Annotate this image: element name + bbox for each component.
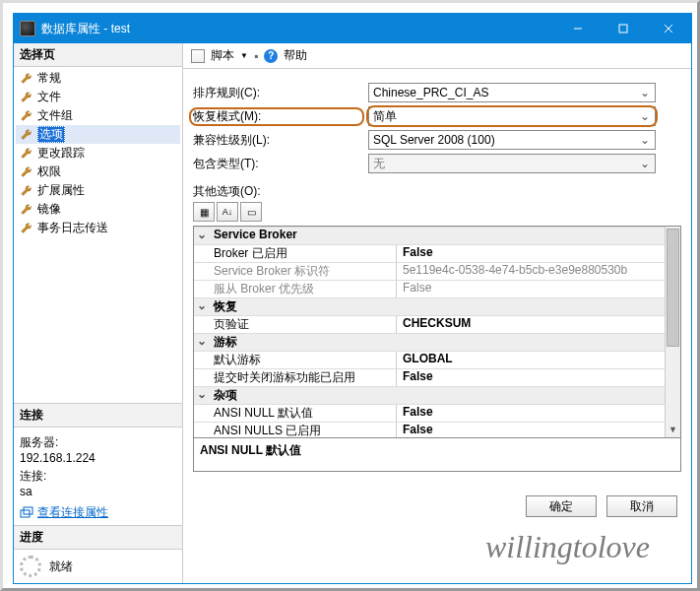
wrench-icon <box>20 72 33 86</box>
script-button[interactable]: 脚本 <box>211 47 234 64</box>
nav-item[interactable]: 文件 <box>16 88 180 106</box>
wrench-icon <box>20 109 33 123</box>
script-dropdown-icon[interactable]: ▼ <box>240 51 248 60</box>
collation-combo[interactable]: Chinese_PRC_CI_AS⌄ <box>368 83 656 102</box>
grid-row[interactable]: Service Broker 标识符5e119e4c-0538-4e74-b5c… <box>194 262 680 280</box>
property-name: 默认游标 <box>210 352 397 368</box>
grid-row[interactable]: 服从 Broker 优先级False <box>194 280 680 297</box>
nav-item[interactable]: 扩展属性 <box>16 181 180 200</box>
compat-value: SQL Server 2008 (100) <box>373 133 495 147</box>
grid-row[interactable]: 页验证CHECKSUM <box>194 315 680 333</box>
nav-item[interactable]: 更改跟踪 <box>16 144 180 163</box>
view-connection-label: 查看连接属性 <box>37 504 108 521</box>
containment-value: 无 <box>373 156 385 172</box>
property-name: 服从 Broker 优先级 <box>210 281 397 297</box>
maximize-button[interactable] <box>601 14 646 43</box>
pg-categorized-button[interactable]: ▦ <box>193 202 215 222</box>
script-icon <box>191 49 205 63</box>
property-description: ANSI NULL 默认值 <box>194 437 680 471</box>
cancel-button[interactable]: 取消 <box>606 495 677 517</box>
chevron-down-icon: ⌄ <box>637 132 653 148</box>
chevron-down-icon: ⌄ <box>637 108 653 124</box>
property-name: ANSI NULLS 已启用 <box>210 423 397 437</box>
category-name: 游标 <box>210 334 397 351</box>
minimize-button[interactable] <box>555 14 601 43</box>
wrench-icon <box>20 165 33 179</box>
other-options-label: 其他选项(O): <box>193 183 681 200</box>
nav-item-label: 文件组 <box>37 107 73 124</box>
collation-value: Chinese_PRC_CI_AS <box>373 86 488 99</box>
collapse-icon[interactable]: ⌄ <box>194 298 210 315</box>
nav-item-label: 镜像 <box>37 201 61 218</box>
property-value: False <box>397 423 680 437</box>
close-button[interactable] <box>646 14 691 43</box>
nav-item-label: 事务日志传送 <box>37 220 108 236</box>
property-grid: ⌄Service BrokerBroker 已启用FalseService Br… <box>193 226 681 472</box>
collapse-icon[interactable]: ⌄ <box>194 334 210 351</box>
nav-item-label: 权限 <box>37 164 61 180</box>
grid-row[interactable]: 提交时关闭游标功能已启用False <box>194 368 680 386</box>
nav-item-label: 扩展属性 <box>37 182 85 199</box>
compat-label: 兼容性级别(L): <box>193 132 368 149</box>
nav-item[interactable]: 常规 <box>16 69 180 88</box>
grid-category[interactable]: ⌄恢复 <box>194 297 680 315</box>
property-value: False <box>397 369 680 386</box>
nav-item-label: 选项 <box>37 126 65 143</box>
view-connection-properties-link[interactable]: 查看连接属性 <box>20 504 176 521</box>
progress-header: 进度 <box>14 525 182 550</box>
property-value: CHECKSUM <box>397 316 680 333</box>
pg-alphabetical-button[interactable]: A↓ <box>217 202 238 222</box>
nav-item[interactable]: 选项 <box>16 125 180 144</box>
property-name: 页验证 <box>210 316 397 333</box>
chevron-down-icon: ⌄ <box>637 156 653 171</box>
grid-category[interactable]: ⌄杂项 <box>194 386 680 404</box>
help-button[interactable]: 帮助 <box>284 47 307 64</box>
progress-spinner-icon <box>20 556 41 577</box>
grid-category[interactable]: ⌄游标 <box>194 333 680 351</box>
scroll-thumb[interactable] <box>667 229 679 347</box>
containment-combo[interactable]: 无⌄ <box>368 154 656 173</box>
grid-row[interactable]: ANSI NULLS 已启用False <box>194 422 680 437</box>
toolbar: 脚本 ▼ ▪ ? 帮助 <box>183 43 691 69</box>
dialog-window: 数据库属性 - test 选择页 常规文件文件组选项更改跟踪权限扩展属性镜像事务… <box>13 13 692 584</box>
select-page-header: 选择页 <box>14 43 182 67</box>
connection-header: 连接 <box>14 403 182 427</box>
category-name: Service Broker <box>210 228 397 244</box>
help-icon: ? <box>264 49 278 63</box>
recovery-combo[interactable]: 简单⌄ <box>368 106 656 126</box>
grid-scrollbar[interactable]: ▲ ▼ <box>665 227 680 437</box>
containment-label: 包含类型(T): <box>193 156 368 172</box>
recovery-label: 恢复模式(M): <box>193 109 261 123</box>
grid-row[interactable]: Broker 已启用False <box>194 244 680 262</box>
wrench-icon <box>20 203 33 217</box>
compat-combo[interactable]: SQL Server 2008 (100)⌄ <box>368 130 656 150</box>
grid-row[interactable]: ANSI NULL 默认值False <box>194 404 680 422</box>
ok-button[interactable]: 确定 <box>526 495 597 517</box>
nav-item-label: 更改跟踪 <box>37 145 85 162</box>
left-panel: 选择页 常规文件文件组选项更改跟踪权限扩展属性镜像事务日志传送 连接 服务器:1… <box>14 43 183 583</box>
svg-rect-1 <box>619 25 627 33</box>
window-title: 数据库属性 - test <box>41 21 555 37</box>
wrench-icon <box>20 222 33 235</box>
nav-item[interactable]: 事务日志传送 <box>16 219 180 237</box>
collapse-icon[interactable]: ⌄ <box>194 228 210 244</box>
property-value: False <box>397 281 680 297</box>
app-icon <box>20 21 35 36</box>
nav-item[interactable]: 文件组 <box>16 106 180 125</box>
nav-item[interactable]: 镜像 <box>16 200 180 219</box>
property-value: False <box>397 405 680 422</box>
grid-category[interactable]: ⌄Service Broker <box>194 227 680 244</box>
recovery-value: 简单 <box>373 108 397 125</box>
pg-pages-button[interactable]: ▭ <box>240 202 262 222</box>
scroll-down-icon[interactable]: ▼ <box>666 422 680 437</box>
wrench-icon <box>20 128 33 142</box>
property-name: ANSI NULL 默认值 <box>210 405 397 422</box>
grid-row[interactable]: 默认游标GLOBAL <box>194 351 680 368</box>
property-name: Broker 已启用 <box>210 245 397 262</box>
chevron-down-icon: ⌄ <box>637 85 653 100</box>
collapse-icon[interactable]: ⌄ <box>194 387 210 404</box>
nav-item-label: 常规 <box>37 70 61 87</box>
property-value: False <box>397 245 680 262</box>
wrench-icon <box>20 184 33 198</box>
nav-item[interactable]: 权限 <box>16 163 180 181</box>
